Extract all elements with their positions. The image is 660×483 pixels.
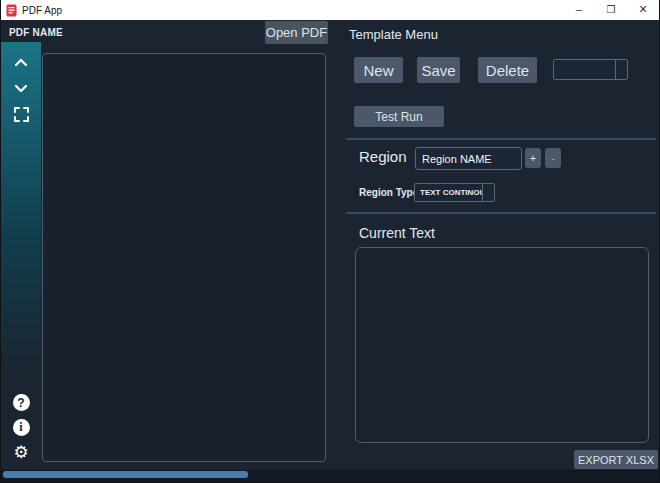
delete-button[interactable]: Delete (478, 57, 537, 83)
separator (346, 212, 656, 214)
pdf-name-label: PDF NAME (9, 27, 63, 38)
window-title: PDF App (22, 5, 62, 16)
separator (346, 138, 656, 140)
horizontal-scrollbar-thumb[interactable] (3, 471, 248, 478)
export-xlsx-button[interactable]: EXPORT XLSX (574, 450, 658, 469)
current-text-area[interactable] (355, 247, 649, 443)
app-window: PDF App – ❐ ✕ PDF NAME Open PDF ? (0, 0, 660, 483)
pdf-app-icon (6, 4, 17, 17)
fullscreen-icon[interactable] (11, 104, 31, 124)
current-text-title: Current Text (359, 225, 435, 241)
remove-region-button[interactable]: - (545, 148, 561, 168)
maximize-button[interactable]: ❐ (595, 0, 627, 20)
help-icon[interactable]: ? (13, 394, 30, 411)
dropdown-arrow-icon[interactable] (482, 184, 494, 201)
region-type-label: Region Type (359, 187, 418, 198)
horizontal-scrollbar-track[interactable] (1, 470, 659, 482)
region-type-value: TEXT CONTINOUS (415, 184, 482, 201)
open-pdf-button[interactable]: Open PDF (265, 21, 328, 44)
add-region-button[interactable]: + (525, 148, 541, 168)
info-icon[interactable]: i (13, 419, 30, 436)
new-button[interactable]: New (354, 57, 403, 83)
minimize-button[interactable]: – (563, 0, 595, 20)
chevron-up-icon[interactable] (11, 52, 31, 72)
dropdown-arrow-icon[interactable] (615, 60, 627, 79)
close-button[interactable]: ✕ (627, 0, 659, 20)
sidebar: ? i ⚙ (1, 42, 41, 471)
template-select-value (554, 60, 615, 79)
region-label: Region (359, 148, 407, 165)
settings-gear-icon[interactable]: ⚙ (13, 444, 28, 461)
save-button[interactable]: Save (417, 57, 460, 83)
main-area: PDF NAME Open PDF ? i ⚙ Template Menu Ne… (1, 20, 659, 482)
titlebar: PDF App – ❐ ✕ (1, 0, 659, 20)
chevron-down-icon[interactable] (11, 78, 31, 98)
test-run-button[interactable]: Test Run (354, 106, 444, 127)
region-name-input[interactable] (415, 147, 522, 170)
template-select[interactable] (553, 59, 628, 80)
pdf-viewer-canvas[interactable] (42, 53, 326, 462)
region-type-select[interactable]: TEXT CONTINOUS (414, 183, 495, 202)
template-menu-title: Template Menu (349, 27, 438, 42)
